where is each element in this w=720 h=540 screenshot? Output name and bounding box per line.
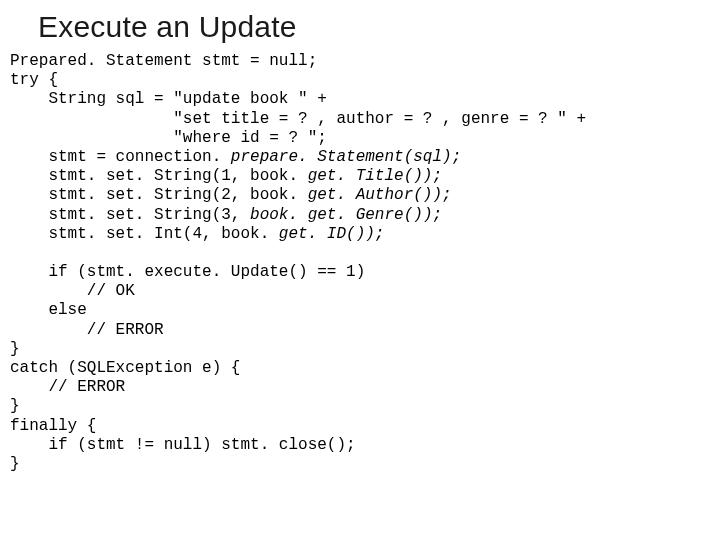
code-line: "where id = ? "; <box>10 129 327 147</box>
code-line: else <box>10 301 87 319</box>
code-italic: get. Title()); <box>298 167 442 185</box>
code-line: try { <box>10 71 58 89</box>
slide: Execute an Update Prepared. Statement st… <box>0 0 720 540</box>
code-italic: prepare. Statement(sql); <box>221 148 461 166</box>
code-line: "set title = ? , author = ? , genre = ? … <box>10 110 586 128</box>
code-line: // ERROR <box>10 321 164 339</box>
code-line: Prepared. Statement stmt = null; <box>10 52 317 70</box>
code-line: finally { <box>10 417 96 435</box>
code-line: stmt. set. Int(4, book. <box>10 225 269 243</box>
code-line: } <box>10 397 20 415</box>
code-line: if (stmt. execute. Update() == 1) <box>10 263 365 281</box>
code-line: stmt. set. String(1, book. <box>10 167 298 185</box>
code-block: Prepared. Statement stmt = null; try { S… <box>10 52 710 474</box>
code-line: catch (SQLException e) { <box>10 359 240 377</box>
code-line: // OK <box>10 282 135 300</box>
code-line: String sql = "update book " + <box>10 90 327 108</box>
code-line: } <box>10 455 20 473</box>
code-line: } <box>10 340 20 358</box>
page-title: Execute an Update <box>38 10 710 44</box>
code-line: stmt. set. String(2, book. <box>10 186 298 204</box>
code-italic: get. ID()); <box>269 225 384 243</box>
code-italic: book. get. Genre()); <box>250 206 442 224</box>
code-line: if (stmt != null) stmt. close(); <box>10 436 356 454</box>
code-line: // ERROR <box>10 378 125 396</box>
code-italic: get. Author()); <box>298 186 452 204</box>
code-line: stmt. set. String(3, <box>10 206 250 224</box>
code-line: stmt = connection. <box>10 148 221 166</box>
